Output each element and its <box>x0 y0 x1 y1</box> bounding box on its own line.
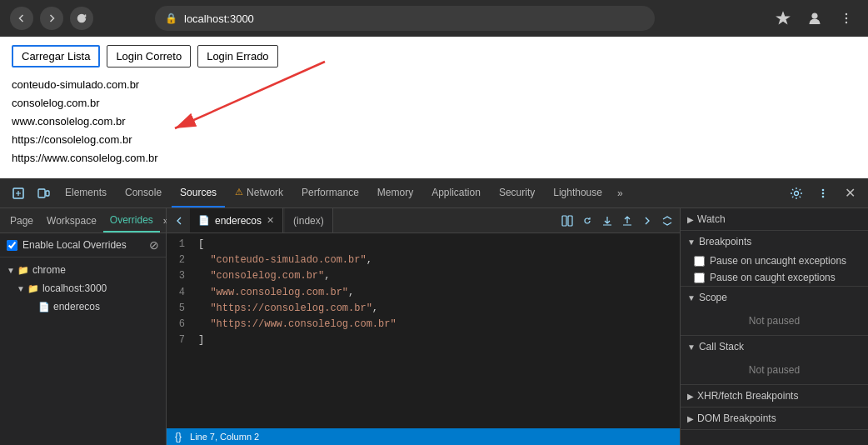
enable-overrides-row: Enable Local Overrides ⊘ <box>0 233 166 258</box>
section-scope: ▼ Scope Not paused <box>681 287 868 336</box>
xhr-breakpoints-header[interactable]: ▶ XHR/fetch Breakpoints <box>681 385 868 407</box>
refresh-icon[interactable] <box>578 212 596 230</box>
section-breakpoints: ▼ Breakpoints Pause on uncaught exceptio… <box>681 231 868 287</box>
section-dom-breakpoints: ▶ DOM Breakpoints <box>681 408 868 430</box>
uncaught-exceptions-checkbox[interactable] <box>694 256 705 267</box>
scope-header[interactable]: ▼ Scope <box>681 287 868 308</box>
section-arrow-icon: ▼ <box>687 293 696 302</box>
code-content[interactable]: [ "conteudo-simulado.com.br", "consolelo… <box>192 233 680 428</box>
devtools-body: Page Workspace Overrides » ⋮ Enab <box>0 208 868 445</box>
forward-icon[interactable] <box>638 212 656 230</box>
devtools-topbar-right: ✕ <box>785 182 861 205</box>
tree-folder-localhost[interactable]: ▼ 📁 localhost:3000 <box>0 279 166 298</box>
back-button[interactable] <box>10 7 33 30</box>
inspect-element-icon[interactable] <box>7 182 30 205</box>
caught-exceptions-row: Pause on caught exceptions <box>681 269 868 286</box>
address-bar[interactable]: 🔒 localhost:3000 <box>155 6 655 31</box>
tab-memory[interactable]: Memory <box>369 178 422 208</box>
carregar-lista-button[interactable]: Carregar Lista <box>12 45 100 68</box>
svg-point-1 <box>846 13 847 15</box>
expand-arrow-icon: ▼ <box>17 284 25 293</box>
code-editor[interactable]: 1 2 3 4 5 6 7 [ "conteudo-simulado.com.b… <box>167 233 680 428</box>
folder-icon: 📁 <box>27 283 39 294</box>
scope-content: Not paused <box>681 308 868 335</box>
enable-overrides-checkbox[interactable] <box>7 240 17 251</box>
line-numbers: 1 2 3 4 5 6 7 <box>167 233 192 428</box>
call-stack-header[interactable]: ▼ Call Stack <box>681 336 868 358</box>
device-toolbar-icon[interactable] <box>32 182 55 205</box>
forward-button[interactable] <box>40 7 63 30</box>
section-arrow-icon: ▶ <box>687 392 694 401</box>
login-correto-button[interactable]: Login Correto <box>107 45 191 68</box>
settings-icon[interactable] <box>785 182 808 205</box>
svg-point-9 <box>795 191 799 195</box>
watch-header[interactable]: ▶ Watch <box>681 208 868 230</box>
caught-exceptions-label[interactable]: Pause on caught exceptions <box>710 272 836 283</box>
url-text: localhost:3000 <box>184 12 254 25</box>
profile-button[interactable] <box>803 7 826 30</box>
call-stack-content: Not paused <box>681 358 868 384</box>
statusbar-position: Line 7, Column 2 <box>190 432 259 442</box>
block-icon: ⊘ <box>149 238 159 252</box>
star-button[interactable] <box>771 7 795 30</box>
refresh-button[interactable] <box>70 7 93 30</box>
split-editor-icon[interactable] <box>558 212 576 230</box>
uncaught-exceptions-row: Pause on uncaught exceptions <box>681 252 868 269</box>
tree-file-enderecos[interactable]: 📄 enderecos <box>0 298 166 316</box>
devtools: Elements Console Sources ⚠ Network Perfo… <box>0 178 868 445</box>
file-icon: 📄 <box>38 302 50 312</box>
tab-elements[interactable]: Elements <box>57 178 115 208</box>
close-devtools-button[interactable]: ✕ <box>838 182 861 205</box>
editor-tab-enderecos[interactable]: 📄 enderecos ✕ <box>190 208 283 232</box>
svg-point-0 <box>812 13 817 18</box>
devtools-right-panel: ▶ Watch ▼ Breakpoints Pause on uncaught … <box>681 208 868 445</box>
editor-statusbar: {} Line 7, Column 2 <box>167 428 680 445</box>
devtools-subtabs: Page Workspace Overrides » ⋮ <box>0 208 166 233</box>
tab-security[interactable]: Security <box>491 178 543 208</box>
section-arrow-icon: ▶ <box>687 414 694 423</box>
section-xhr-breakpoints: ▶ XHR/fetch Breakpoints <box>681 385 868 408</box>
svg-rect-7 <box>38 189 45 198</box>
section-call-stack: ▼ Call Stack Not paused <box>681 336 868 385</box>
tab-network[interactable]: ⚠ Network <box>227 178 292 208</box>
enable-overrides-label[interactable]: Enable Local Overrides <box>22 239 144 251</box>
section-arrow-icon: ▶ <box>687 215 694 224</box>
more-options-icon[interactable] <box>811 182 835 205</box>
more-button[interactable] <box>835 7 858 30</box>
tree-folder-chrome[interactable]: ▼ 📁 chrome <box>0 261 166 279</box>
tab-performance[interactable]: Performance <box>293 178 367 208</box>
editor-tab-index[interactable]: (index) <box>285 208 333 232</box>
tab-sources[interactable]: Sources <box>172 178 225 208</box>
dom-breakpoints-header[interactable]: ▶ DOM Breakpoints <box>681 408 868 429</box>
warn-icon: ⚠ <box>235 187 243 198</box>
svg-rect-13 <box>562 216 566 226</box>
subtab-workspace[interactable]: Workspace <box>40 208 103 232</box>
more-tabs-button[interactable]: » <box>612 188 628 199</box>
login-errado-button[interactable]: Login Errado <box>197 45 277 68</box>
subtab-overrides[interactable]: Overrides <box>103 208 160 232</box>
tab-lighthouse[interactable]: Lighthouse <box>545 178 611 208</box>
tab-console[interactable]: Console <box>117 178 170 208</box>
devtools-left-panel: Page Workspace Overrides » ⋮ Enab <box>0 208 167 445</box>
tab-close-icon[interactable]: ✕ <box>267 215 274 226</box>
tab-application[interactable]: Application <box>423 178 489 208</box>
breakpoints-header[interactable]: ▼ Breakpoints <box>681 231 868 252</box>
section-watch: ▶ Watch <box>681 208 868 231</box>
list-item: www.consolelog.com.br <box>12 112 856 131</box>
devtools-topbar: Elements Console Sources ⚠ Network Perfo… <box>0 178 868 208</box>
expand-icon[interactable] <box>658 212 676 230</box>
page-content: Carregar Lista Login Correto Login Errad… <box>0 37 868 178</box>
call-stack-not-paused: Not paused <box>694 361 855 379</box>
caught-exceptions-checkbox[interactable] <box>694 272 705 283</box>
section-arrow-icon: ▼ <box>687 238 696 247</box>
chrome-actions <box>771 7 858 30</box>
editor-back-icon[interactable] <box>170 212 188 230</box>
uncaught-exceptions-label[interactable]: Pause on uncaught exceptions <box>710 255 846 267</box>
svg-rect-8 <box>46 191 49 196</box>
svg-rect-14 <box>568 216 572 226</box>
upload-icon[interactable] <box>618 212 636 230</box>
download-icon[interactable] <box>598 212 616 230</box>
subtab-page[interactable]: Page <box>3 208 40 232</box>
svg-point-11 <box>822 192 825 194</box>
section-arrow-icon: ▼ <box>687 342 696 352</box>
